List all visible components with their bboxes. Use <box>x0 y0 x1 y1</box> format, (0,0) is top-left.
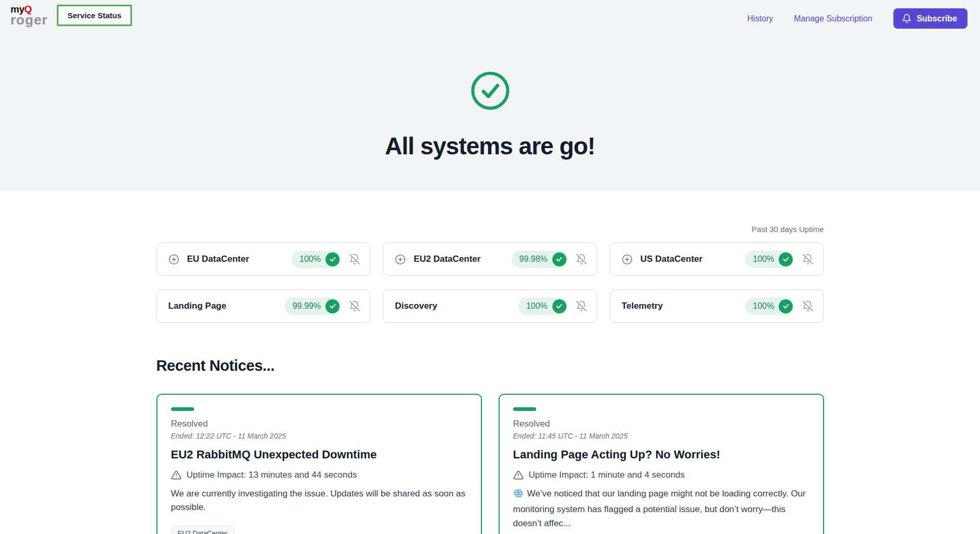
expand-plus-icon[interactable] <box>622 254 633 265</box>
status-card-eu-datacenter[interactable]: EU DataCenter 100% <box>156 242 371 276</box>
subscribe-button-label: Subscribe <box>917 14 957 23</box>
uptime-percent: 100% <box>753 301 775 311</box>
status-card-us-datacenter[interactable]: US DataCenter 100% <box>610 242 824 276</box>
notice-ended-timestamp: Ended: 11:45 UTC - 11 March 2025 <box>513 432 809 440</box>
uptime-badge: 100% <box>745 251 795 268</box>
status-card-telemetry[interactable]: Telemetry 100% <box>610 289 824 323</box>
notifications-muted-icon[interactable] <box>576 300 587 312</box>
notice-status-dash <box>171 407 194 411</box>
operational-check-icon <box>325 252 340 266</box>
status-card-discovery[interactable]: Discovery 100% <box>383 289 597 323</box>
notice-card-eu2-rabbitmq[interactable]: Resolved Ended: 12:22 UTC - 11 March 202… <box>156 394 482 534</box>
status-grid: EU DataCenter 100% EU2 DataCenter 99.98% <box>156 242 824 323</box>
logo-roger: roger <box>10 13 47 27</box>
hero-section: myQ roger Service Status History Manage … <box>0 0 980 191</box>
subscribe-button[interactable]: Subscribe <box>893 8 967 29</box>
all-systems-check-icon <box>0 70 980 113</box>
warning-triangle-icon <box>171 470 182 480</box>
notifications-muted-icon[interactable] <box>576 253 587 265</box>
notifications-muted-icon[interactable] <box>802 253 814 265</box>
notifications-muted-icon[interactable] <box>349 253 360 265</box>
myq-roger-logo[interactable]: myQ roger <box>10 4 47 27</box>
header: myQ roger Service Status History Manage … <box>0 0 980 29</box>
page-title: All systems are go! <box>0 132 980 160</box>
operational-check-icon <box>779 299 793 313</box>
notifications-muted-icon[interactable] <box>802 300 814 312</box>
operational-check-icon <box>779 252 793 266</box>
expand-plus-icon[interactable] <box>395 254 406 265</box>
service-name: US DataCenter <box>640 254 703 264</box>
uptime-badge: 100% <box>518 298 568 315</box>
nav-link-manage-subscription[interactable]: Manage Subscription <box>794 14 872 23</box>
expand-plus-icon[interactable] <box>168 254 179 265</box>
service-name: Telemetry <box>622 301 663 311</box>
notice-impact-text: Uptime Impact: 1 minute and 4 seconds <box>529 470 685 480</box>
uptime-percent: 100% <box>526 301 548 311</box>
bell-icon <box>902 14 912 23</box>
uptime-badge: 99.99% <box>285 298 341 315</box>
notice-card-landing-page[interactable]: Resolved Ended: 11:45 UTC - 11 March 202… <box>499 394 824 534</box>
notice-body: We’ve noticed that our landing page migh… <box>513 487 809 530</box>
uptime-badge: 100% <box>745 298 795 315</box>
warning-triangle-icon <box>513 470 524 480</box>
notices-grid: Resolved Ended: 12:22 UTC - 11 March 202… <box>156 394 824 534</box>
uptime-badge: 99.98% <box>512 251 568 268</box>
operational-check-icon <box>552 252 566 266</box>
notice-title: Landing Page Acting Up? No Worries! <box>513 448 809 462</box>
service-name: Discovery <box>395 301 437 311</box>
service-name: EU DataCenter <box>187 254 249 264</box>
notice-status: Resolved <box>513 419 809 429</box>
service-name: Landing Page <box>168 301 226 311</box>
service-name: EU2 DataCenter <box>414 254 481 264</box>
main-content: Past 30 days Uptime EU DataCenter 100% <box>156 225 824 534</box>
notice-title: EU2 RabbitMQ Unexpected Downtime <box>171 448 467 462</box>
notifications-muted-icon[interactable] <box>349 300 360 312</box>
notice-impact-text: Uptime Impact: 13 minutes and 44 seconds <box>187 470 357 480</box>
notice-body-text: We’ve noticed that our landing page migh… <box>513 489 806 528</box>
notice-ended-timestamp: Ended: 12:22 UTC - 11 March 2025 <box>171 432 467 440</box>
notice-status-dash <box>513 407 536 411</box>
uptime-percent: 99.98% <box>519 254 548 264</box>
uptime-badge: 100% <box>292 251 341 268</box>
uptime-period-label: Past 30 days Uptime <box>156 225 824 234</box>
uptime-percent: 100% <box>299 254 321 264</box>
notice-body: We are currently investigating the issue… <box>171 487 467 515</box>
operational-check-icon <box>552 299 566 313</box>
status-card-eu2-datacenter[interactable]: EU2 DataCenter 99.98% <box>383 242 597 276</box>
status-card-landing-page[interactable]: Landing Page 99.99% <box>156 289 371 323</box>
nav-link-history[interactable]: History <box>747 14 773 23</box>
notice-status: Resolved <box>171 419 467 429</box>
globe-icon <box>513 488 524 503</box>
uptime-percent: 99.99% <box>293 301 321 311</box>
notice-service-tag[interactable]: EU2 DataCenter <box>171 526 234 534</box>
uptime-percent: 100% <box>753 254 775 264</box>
service-status-button[interactable]: Service Status <box>57 5 131 26</box>
recent-notices-heading: Recent Notices... <box>156 357 824 374</box>
operational-check-icon <box>325 299 340 313</box>
